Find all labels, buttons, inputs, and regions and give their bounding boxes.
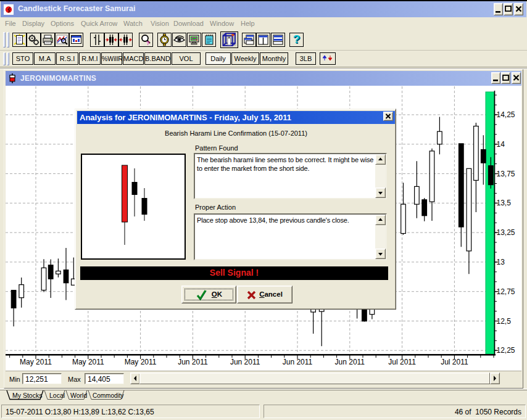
svg-text:13,75: 13,75: [497, 170, 515, 178]
svg-text:13: 13: [497, 258, 505, 266]
svg-text:May 2011: May 2011: [20, 358, 52, 366]
svg-text:14,25: 14,25: [497, 110, 515, 119]
svg-text:?: ?: [146, 40, 150, 46]
svg-text:Jun 2011: Jun 2011: [230, 358, 260, 366]
svg-text:13,5: 13,5: [497, 199, 512, 207]
svg-text:World: World: [70, 392, 87, 399]
svg-text:12,5: 12,5: [497, 317, 512, 326]
svg-text:12,25: 12,25: [497, 346, 515, 355]
svg-text:12,75: 12,75: [497, 287, 515, 296]
svg-text:Jul 2011: Jul 2011: [441, 358, 468, 366]
svg-text:May 2011: May 2011: [125, 358, 157, 366]
svg-text:Jul 2011: Jul 2011: [388, 358, 416, 366]
svg-text:May 2011: May 2011: [72, 358, 104, 366]
svg-text:Jun 2011: Jun 2011: [178, 358, 208, 366]
svg-text:Commodity: Commodity: [93, 392, 124, 399]
svg-text:13,25: 13,25: [497, 228, 515, 237]
svg-text:Jun 2011: Jun 2011: [283, 358, 313, 366]
svg-text:Local: Local: [49, 392, 65, 399]
svg-text:14: 14: [497, 140, 505, 149]
svg-text:Jun 2011: Jun 2011: [335, 358, 365, 366]
svg-text:My Stocks: My Stocks: [12, 392, 42, 399]
